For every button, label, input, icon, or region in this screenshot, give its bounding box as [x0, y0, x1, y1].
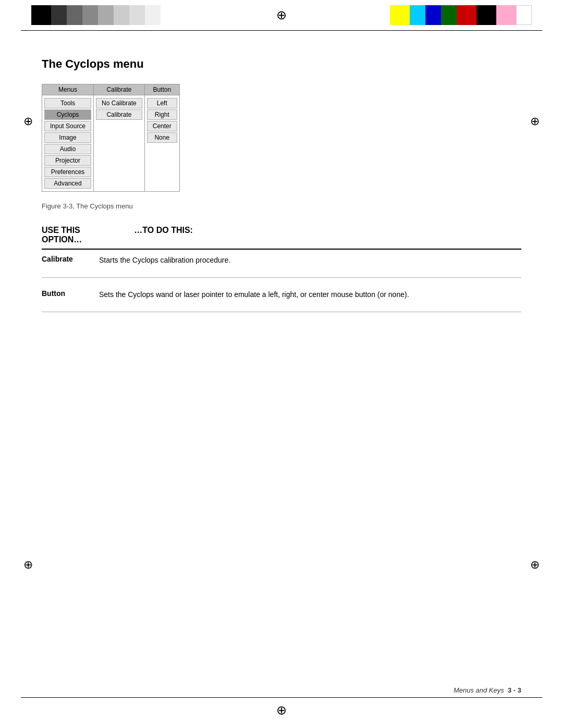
menu-item-tools[interactable]: Tools: [44, 98, 91, 108]
menu-item-cyclops[interactable]: Cyclops: [44, 109, 91, 120]
use-this-label: USE THIS: [42, 226, 82, 235]
menu-item-left[interactable]: Left: [147, 98, 177, 108]
left-swatches: [31, 5, 161, 25]
use-this-section: USE THIS OPTION… …TO DO THIS: Calibrate …: [42, 226, 521, 312]
top-rule: [21, 30, 542, 31]
button-header: Button: [145, 84, 179, 95]
table-rule-2: [42, 312, 521, 312]
swatch-r7: [496, 5, 516, 25]
swatch-r6: [476, 5, 496, 25]
menu-item-right[interactable]: Right: [147, 109, 177, 120]
calibrate-items: No Calibrate Calibrate: [94, 95, 144, 122]
menu-item-projector[interactable]: Projector: [44, 155, 91, 166]
swatch-8: [145, 5, 161, 25]
bottom-rule: [21, 697, 542, 698]
table-rule-1: [42, 277, 521, 278]
right-swatches: [390, 5, 532, 25]
swatch-4: [82, 5, 98, 25]
menu-item-input-source[interactable]: Input Source: [44, 121, 91, 131]
menu-item-none[interactable]: None: [147, 132, 177, 143]
swatch-1: [31, 5, 51, 25]
menus-header: Menus: [42, 84, 93, 95]
swatch-r2: [410, 5, 425, 25]
menu-item-calibrate[interactable]: Calibrate: [96, 109, 142, 120]
button-items: Left Right Center None: [145, 95, 179, 145]
menu-item-advanced[interactable]: Advanced: [44, 178, 91, 189]
right-crosshair-top-icon: ⊕: [530, 115, 540, 128]
main-content: The Cyclops menu Menus Tools Cyclops Inp…: [42, 42, 521, 318]
page-title: The Cyclops menu: [42, 57, 521, 71]
bottom-center-crosshair: ⊕: [276, 703, 287, 718]
top-center-crosshair: ⊕: [274, 5, 289, 25]
menu-item-preferences[interactable]: Preferences: [44, 167, 91, 177]
swatch-2: [51, 5, 67, 25]
swatch-3: [67, 5, 82, 25]
figure-caption: Figure 3-3, The Cyclops menu: [42, 202, 521, 210]
swatch-r1: [390, 5, 410, 25]
top-color-bar: ⊕: [0, 0, 563, 31]
button-description: Sets the Cyclops wand or laser pointer t…: [99, 289, 521, 300]
menu-item-image[interactable]: Image: [44, 132, 91, 143]
menu-screenshot: Menus Tools Cyclops Input Source Image A…: [42, 84, 180, 192]
button-column: Button Left Right Center None: [145, 84, 179, 191]
left-crosshair-top-icon: ⊕: [23, 115, 33, 128]
use-this-header-row: USE THIS OPTION… …TO DO THIS:: [42, 226, 521, 244]
table-row-button: Button Sets the Cyclops wand or laser po…: [42, 284, 521, 305]
calibrate-description: Starts the Cyclops calibration procedure…: [99, 255, 521, 266]
button-label: Button: [42, 289, 99, 298]
swatch-7: [129, 5, 145, 25]
swatch-r3: [425, 5, 441, 25]
calibrate-label: Calibrate: [42, 255, 99, 263]
calibrate-header: Calibrate: [94, 84, 144, 95]
menu-item-center[interactable]: Center: [147, 121, 177, 131]
menu-item-no-calibrate[interactable]: No Calibrate: [96, 98, 142, 108]
swatch-r8: [516, 5, 532, 25]
swatch-r5: [457, 5, 476, 25]
to-do-this-label: …TO DO THIS:: [134, 226, 193, 235]
menu-item-audio[interactable]: Audio: [44, 144, 91, 154]
swatch-5: [98, 5, 114, 25]
footer-page: 3 - 3: [508, 686, 521, 694]
menus-items: Tools Cyclops Input Source Image Audio P…: [42, 95, 93, 191]
swatch-6: [114, 5, 129, 25]
left-crosshair-bottom-icon: ⊕: [23, 558, 33, 572]
swatch-r4: [441, 5, 457, 25]
calibrate-column: Calibrate No Calibrate Calibrate: [94, 84, 145, 191]
menus-column: Menus Tools Cyclops Input Source Image A…: [42, 84, 94, 191]
use-this-left: USE THIS OPTION…: [42, 226, 82, 244]
right-crosshair-bottom-icon: ⊕: [530, 558, 540, 572]
footer-text: Menus and Keys: [454, 686, 504, 694]
table-row-calibrate: Calibrate Starts the Cyclops calibration…: [42, 250, 521, 271]
option-label: OPTION…: [42, 235, 82, 244]
footer: Menus and Keys 3 - 3: [454, 686, 521, 694]
